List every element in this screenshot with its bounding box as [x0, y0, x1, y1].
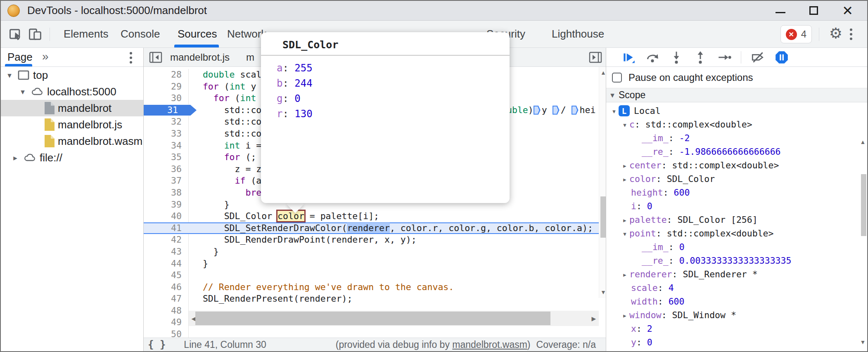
line-number[interactable]: 40 — [144, 210, 189, 222]
inline-breakpoint-icon[interactable] — [553, 106, 560, 115]
maximize-button[interactable] — [809, 6, 818, 15]
line-number[interactable]: 42 — [144, 234, 189, 246]
line-number[interactable]: 32 — [144, 116, 189, 128]
code-line-50[interactable]: 50 — [144, 328, 607, 338]
scope-var-c[interactable]: ▾c: std::complex<double> — [606, 118, 859, 131]
chevron-right-icon[interactable]: ▸ — [11, 153, 20, 163]
line-number[interactable]: 37 — [144, 175, 189, 187]
code-token: for — [203, 81, 219, 92]
line-number[interactable]: 46 — [144, 281, 189, 293]
line-number[interactable]: 48 — [144, 305, 189, 317]
editor-tab-mandelbrot-js[interactable]: mandelbrot.js — [170, 48, 230, 66]
chevron-down-icon[interactable]: ▾ — [620, 120, 629, 129]
chevron-right-icon[interactable]: ▸ — [620, 311, 629, 320]
chevron-down-icon[interactable]: ▾ — [5, 71, 14, 80]
execution-line-marker[interactable]: 31 — [144, 104, 189, 116]
settings-gear-icon[interactable]: ⚙ — [829, 25, 842, 42]
pause-on-caught-exceptions-row[interactable]: Pause on caught exceptions — [606, 67, 867, 88]
line-number[interactable]: 29 — [144, 81, 189, 93]
code-line-45[interactable]: 45 — [144, 269, 607, 281]
tab-console[interactable]: Console — [121, 21, 160, 47]
chevron-right-icon[interactable]: ▸ — [620, 161, 629, 170]
error-badge[interactable]: ✕ 4 — [780, 25, 812, 43]
horizontal-scroll-thumb[interactable] — [195, 312, 550, 325]
scope-var-center[interactable]: ▸center: std::complex<double> — [606, 158, 859, 172]
tree-item-mandelbrot.js[interactable]: mandelbrot.js — [1, 116, 143, 133]
line-number[interactable]: 39 — [144, 199, 189, 211]
tree-item-mandelbrot[interactable]: mandelbrot — [1, 100, 143, 116]
editor-horizontal-scrollbar[interactable]: ◀ ▶ — [189, 311, 599, 326]
chevron-right-icon[interactable]: ▸ — [620, 270, 629, 279]
deactivate-breakpoints-icon[interactable] — [750, 50, 765, 65]
chevron-right-icon[interactable]: ▸ — [620, 215, 629, 224]
tree-item-localhost-5000[interactable]: ▾localhost:5000 — [1, 83, 143, 100]
line-number[interactable]: 41 — [144, 223, 189, 234]
pause-on-caught-checkbox[interactable] — [612, 73, 622, 83]
chevron-right-icon[interactable]: ▸ — [620, 175, 629, 184]
inline-breakpoint-icon[interactable] — [572, 106, 579, 115]
chevron-down-icon[interactable]: ▾ — [18, 87, 27, 97]
scope-var-color[interactable]: ▸color: SDL_Color — [606, 172, 859, 186]
line-number[interactable]: 50 — [144, 328, 189, 338]
code-line-41[interactable]: 41 SDL_SetRenderDrawColor(renderer, colo… — [144, 222, 607, 234]
inspect-element-icon[interactable] — [8, 26, 24, 42]
pause-on-exceptions-icon[interactable] — [774, 50, 789, 65]
code-line-44[interactable]: 44 } — [144, 258, 607, 270]
scope-var-window[interactable]: ▸window: SDL_Window * — [606, 308, 859, 322]
line-number[interactable]: 35 — [144, 151, 189, 163]
line-number[interactable]: 47 — [144, 293, 189, 305]
scope-var-z[interactable]: ▸z: std::complex<double> — [606, 349, 859, 351]
scope-section-header[interactable]: ▾ Scope — [606, 88, 867, 102]
code-line-42[interactable]: 42 SDL_RenderDrawPoint(renderer, x, y); — [144, 234, 607, 246]
resume-icon[interactable] — [621, 50, 636, 65]
vertical-scroll-thumb[interactable] — [600, 196, 606, 238]
code-line-46[interactable]: 46 // Render everything we've drawn to t… — [144, 281, 607, 293]
hide-navigator-icon[interactable] — [149, 50, 163, 64]
tab-sources[interactable]: Sources — [178, 21, 217, 47]
scope-var-Local[interactable]: ▾LLocal — [606, 104, 859, 118]
tree-item-file-[interactable]: ▸file:// — [1, 149, 143, 166]
step-out-icon[interactable] — [693, 50, 708, 65]
more-tabs-icon[interactable]: » — [42, 48, 49, 66]
sidebar-scroll-thumb[interactable] — [861, 174, 866, 236]
scope-var-palette[interactable]: ▸palette: SDL_Color [256] — [606, 213, 859, 227]
chevron-down-icon[interactable]: ▾ — [609, 106, 619, 116]
code-line-47[interactable]: 47 SDL_RenderPresent(renderer); — [144, 293, 607, 305]
inline-breakpoint-icon[interactable] — [534, 106, 541, 115]
pretty-print-icon[interactable]: { } — [148, 339, 166, 350]
sidebar-scroll-up-icon[interactable]: ▲ — [859, 139, 866, 145]
line-number[interactable]: 45 — [144, 269, 189, 281]
line-number[interactable]: 38 — [144, 187, 189, 199]
line-number[interactable]: 28 — [144, 69, 189, 81]
close-button[interactable]: ✕ — [842, 7, 853, 15]
sidebar-scroll-down-icon[interactable]: ▼ — [859, 339, 866, 345]
minimize-button[interactable] — [776, 8, 785, 13]
chevron-down-icon[interactable]: ▾ — [620, 229, 629, 238]
scope-var-point[interactable]: ▾point: std::complex<double> — [606, 227, 859, 240]
tab-lighthouse[interactable]: Lighthouse — [552, 21, 604, 47]
editor-tab-partial[interactable]: m — [246, 48, 254, 66]
step-over-icon[interactable] — [645, 50, 660, 65]
more-options-icon[interactable] — [850, 33, 852, 35]
navigator-more-options-icon[interactable] — [130, 57, 132, 59]
scroll-right-icon[interactable]: ▶ — [589, 315, 599, 322]
tab-elements[interactable]: Elements — [64, 21, 108, 47]
step-icon[interactable] — [717, 50, 732, 65]
show-debugger-panel-icon[interactable] — [588, 50, 602, 64]
step-into-icon[interactable] — [669, 50, 684, 65]
line-number[interactable]: 36 — [144, 163, 189, 175]
line-number[interactable]: 34 — [144, 140, 189, 152]
line-number[interactable]: 49 — [144, 317, 189, 328]
line-number[interactable]: 44 — [144, 258, 189, 270]
line-number[interactable]: 33 — [144, 128, 189, 140]
line-number[interactable]: 43 — [144, 246, 189, 258]
device-toolbar-icon[interactable] — [27, 26, 43, 42]
code-line-40[interactable]: 40 SDL_Color color = palette[i]; — [144, 210, 607, 222]
tree-item-mandelbrot.wasm[interactable]: mandelbrot.wasm — [1, 133, 143, 149]
code-line-43[interactable]: 43 } — [144, 246, 607, 258]
line-number[interactable]: 30 — [144, 92, 189, 104]
collapse-arrow-icon[interactable]: ▾ — [606, 90, 619, 100]
tree-item-top[interactable]: ▾top — [1, 67, 143, 83]
scope-var-renderer[interactable]: ▸renderer: SDL_Renderer * — [606, 267, 859, 281]
wasm-link[interactable]: mandelbrot.wasm — [452, 339, 527, 350]
